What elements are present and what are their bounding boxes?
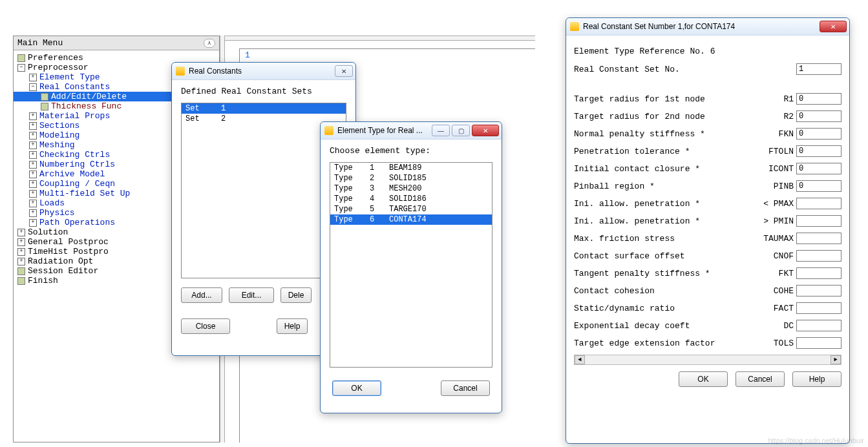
close-icon[interactable]: ✕ <box>820 21 847 32</box>
ok-button[interactable]: OK <box>332 380 381 396</box>
expand-icon[interactable]: + <box>29 200 37 207</box>
field-label: Ini. allow. penetration * <box>574 199 755 209</box>
scroll-right-icon[interactable]: ► <box>831 355 841 364</box>
tree-item-label: General Postproc <box>28 237 109 247</box>
delete-button[interactable]: Dele <box>281 287 312 303</box>
tree-item-label: Preferences <box>28 53 83 63</box>
expand-icon[interactable]: + <box>17 238 25 246</box>
close-icon[interactable]: ✕ <box>335 65 353 77</box>
real-constants-titlebar[interactable]: Real Constants ✕ <box>172 63 355 80</box>
expand-icon[interactable]: + <box>17 258 25 265</box>
help-button[interactable]: Help <box>792 371 842 387</box>
element-type-titlebar[interactable]: Element Type for Real ... — ▢ ✕ <box>321 122 502 140</box>
rcset-title: Real Constant Set Number 1,for CONTA174 <box>583 22 735 31</box>
expand-icon[interactable]: + <box>17 229 25 236</box>
field-label: Ini. allow. penetration * <box>574 216 755 226</box>
element-type-list[interactable]: Type1BEAM189Type2SOLID185Type3MESH200Typ… <box>330 162 492 368</box>
leaf-icon[interactable] <box>17 277 25 285</box>
collapse-icon[interactable]: − <box>17 64 25 72</box>
collapse-icon[interactable]: ⋏ <box>204 39 215 48</box>
scroll-left-icon[interactable]: ◄ <box>575 355 585 364</box>
field-code: TOLS <box>755 338 796 348</box>
horizontal-splitter[interactable] <box>225 36 535 41</box>
rcset-titlebar[interactable]: Real Constant Set Number 1,for CONTA174 … <box>566 18 849 36</box>
leaf-icon[interactable] <box>17 267 25 275</box>
expand-icon[interactable]: + <box>29 141 37 149</box>
expand-icon[interactable]: + <box>29 151 37 159</box>
app-icon <box>570 22 579 31</box>
tree-item-label: Checking Ctrls <box>39 150 110 160</box>
field-label: Max. friction stress <box>574 234 755 244</box>
edit-button[interactable]: Edit... <box>229 287 274 303</box>
field-input[interactable] <box>796 128 842 140</box>
field-label: Tangent penalty stiffness * <box>574 269 755 278</box>
expand-icon[interactable]: + <box>29 132 37 140</box>
element-type-heading: Choose element type: <box>330 146 492 156</box>
field-input[interactable] <box>796 198 842 209</box>
field-input[interactable] <box>796 163 842 174</box>
expand-icon[interactable]: + <box>29 219 37 227</box>
leaf-icon[interactable] <box>41 93 48 101</box>
cancel-button[interactable]: Cancel <box>736 371 785 387</box>
field-input[interactable] <box>796 250 842 262</box>
field-input[interactable] <box>796 320 842 331</box>
list-item[interactable]: Type4SOLID186 <box>330 194 492 204</box>
cancel-button[interactable]: Cancel <box>441 380 490 396</box>
field-code: FKT <box>755 269 796 278</box>
tree-item-label: Session Editor <box>28 266 98 276</box>
help-button[interactable]: Help <box>277 318 308 334</box>
expand-icon[interactable]: + <box>29 112 37 120</box>
expand-icon[interactable]: + <box>29 180 37 188</box>
field-input[interactable] <box>796 285 842 296</box>
tree-item-label: Finish <box>28 276 58 286</box>
expand-icon[interactable]: + <box>29 122 37 130</box>
leaf-icon[interactable] <box>41 103 48 110</box>
field-label: Normal penalty stiffness * <box>574 129 755 139</box>
horizontal-scrollbar[interactable]: ◄ ► <box>574 355 842 365</box>
list-item[interactable]: Type5TARGE170 <box>330 204 492 214</box>
field-row: Exponential decay coeftDC <box>574 317 842 334</box>
close-button[interactable]: Close <box>181 318 230 334</box>
field-input[interactable] <box>796 215 842 227</box>
editor-line-number: 1 <box>245 50 250 60</box>
field-row: Static/dynamic ratioFACT <box>574 300 842 317</box>
close-icon[interactable]: ✕ <box>472 125 499 136</box>
ok-button[interactable]: OK <box>679 371 728 387</box>
field-input[interactable] <box>796 267 842 279</box>
expand-icon[interactable]: + <box>29 74 37 81</box>
minimize-icon[interactable]: — <box>432 125 450 136</box>
field-label: Pinball region * <box>574 182 755 191</box>
expand-icon[interactable]: + <box>29 209 37 217</box>
leaf-icon[interactable] <box>17 54 25 62</box>
expand-icon[interactable]: + <box>17 248 25 256</box>
field-code: TAUMAX <box>755 234 796 244</box>
collapse-icon[interactable]: − <box>29 83 37 91</box>
field-input[interactable] <box>796 337 842 349</box>
field-input[interactable] <box>796 302 842 314</box>
tree-item[interactable]: Preferences <box>14 53 219 63</box>
rcset-setno-input[interactable] <box>796 63 842 75</box>
expand-icon[interactable]: + <box>29 190 37 198</box>
main-menu-title: Main Menu <box>17 38 63 48</box>
maximize-icon[interactable]: ▢ <box>452 125 470 136</box>
tree-item-label: Thickness Func <box>51 101 122 111</box>
field-row: Max. friction stressTAUMAX <box>574 230 842 247</box>
field-input[interactable] <box>796 145 842 157</box>
tree-item-label: Loads <box>39 198 65 208</box>
field-input[interactable] <box>796 180 842 192</box>
list-item[interactable]: Type6CONTA174 <box>330 214 492 225</box>
list-item[interactable]: Type2SOLID185 <box>330 173 492 183</box>
list-item[interactable]: Type3MESH200 <box>330 183 492 194</box>
add-button[interactable]: Add... <box>181 287 222 303</box>
list-item[interactable]: Set1 <box>182 103 346 114</box>
element-type-title: Element Type for Real ... <box>337 126 423 135</box>
list-item[interactable]: Type1BEAM189 <box>330 163 492 173</box>
tree-item-label: Physics <box>39 208 75 218</box>
field-row: Tangent penalty stiffness *FKT <box>574 265 842 282</box>
expand-icon[interactable]: + <box>29 161 37 169</box>
field-input[interactable] <box>796 233 842 244</box>
field-input[interactable] <box>796 93 842 105</box>
expand-icon[interactable]: + <box>29 171 37 178</box>
main-menu-titlebar: Main Menu ⋏ <box>14 36 219 50</box>
field-input[interactable] <box>796 110 842 122</box>
